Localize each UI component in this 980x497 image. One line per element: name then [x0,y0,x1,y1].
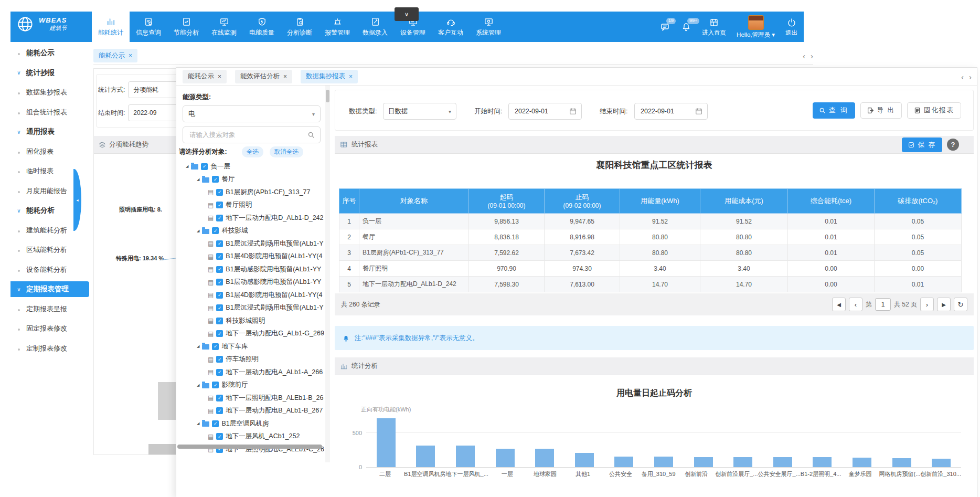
checkbox-checked[interactable]: ✓ [201,163,208,170]
tree-item-4[interactable]: ▤✓餐厅照明 [176,199,325,212]
tree-item-22[interactable]: ▤✓地下一层风机_ACb1_252 [176,430,325,443]
table-row[interactable]: 2餐厅8,836.188,916.9880.8080.800.010.05 [339,229,962,245]
tree-item-1[interactable]: ◢✓负一层 [176,160,325,173]
sidebar-item-11[interactable]: 区域能耗分析 [10,242,89,258]
table-row[interactable]: 1负一层9,856.139,947.6591.5291.520.010.05 [339,214,962,229]
tree-item-17[interactable]: ▤✓地下一层动力配电A_ALb1-A_266 [176,366,325,379]
energy-type-select[interactable]: 电 ▾ [183,105,321,122]
checkbox-checked[interactable]: ✓ [216,240,223,247]
sidebar-item-3[interactable]: 数据集抄报表 [10,84,89,100]
table-row[interactable]: 5地下一层动力配电D_ALb1-D_2427,598.307,613.0014.… [339,277,962,292]
checkbox-checked[interactable]: ✓ [216,433,223,440]
tab-energy-publicity[interactable]: 能耗公示 × [93,49,137,62]
end-date-input[interactable] [640,107,686,115]
tree-item-20[interactable]: ▤✓地下一层动力配电B_ALb1-B_267 [176,405,325,418]
user-menu[interactable]: Hello,管理员 ▾ [737,15,775,39]
checkbox-checked[interactable]: ✓ [216,407,223,414]
checkbox-checked[interactable]: ✓ [216,279,223,285]
nav-item-5[interactable]: 电能质量 [243,12,281,42]
nav-item-11[interactable]: 系统管理 [470,12,507,42]
sidebar-item-12[interactable]: 设备能耗分析 [10,262,89,278]
home-button[interactable]: 进入首页 [702,17,726,37]
search-icon[interactable] [307,131,315,139]
nav-item-8[interactable]: 数据录入 [356,12,394,42]
checkbox-checked[interactable]: ✓ [216,266,223,273]
tree-item-10[interactable]: ▤✓B1层动感影院用电预留(ALb1-YY [176,276,325,289]
stat-mode-select[interactable]: 分项能耗 [128,81,181,98]
sidebar-item-5[interactable]: ∨通用报表 [10,124,89,140]
tree-item-2[interactable]: ◢✓餐厅 [176,173,325,186]
nav-item-10[interactable]: 客户互动 [432,12,470,42]
nav-item-6[interactable]: 分析诊断 [281,12,318,42]
checkbox-checked[interactable]: ✓ [216,202,223,208]
checkbox-checked[interactable]: ✓ [216,253,223,260]
next-page-button[interactable]: › [920,298,934,311]
save-button[interactable]: 保 存 [902,138,942,152]
tree-item-11[interactable]: ▤✓B1层4D影院用电预留(ALb1-YY(4 [176,289,325,302]
table-row[interactable]: 4餐厅照明970.90974.303.403.400.000.00 [339,261,962,277]
prev-page-button[interactable]: ‹ [849,298,862,311]
checkbox-checked[interactable]: ✓ [212,382,219,388]
checkbox-checked[interactable]: ✓ [216,330,223,337]
page-number-input[interactable] [875,298,891,311]
sidebar-item-16[interactable]: 定制报表修改 [10,341,89,356]
expand-icon[interactable]: ◢ [186,164,188,168]
nav-item-2[interactable]: 信息查询 [130,12,167,42]
first-page-button[interactable]: ◀ [832,298,846,311]
tree-item-3[interactable]: ▤✓B1层厨房(APb1-CF)_313_77 [176,186,325,199]
tree-vertical-scrollbar-track[interactable] [325,86,330,462]
checkbox-checked[interactable]: ✓ [216,356,223,363]
tree-item-14[interactable]: ▤✓地下一层动力配电G_ALb1-G_269 [176,327,325,341]
nav-item-4[interactable]: 在线监测 [205,12,243,42]
tab-scroll-left-icon[interactable]: ‹ [961,72,964,81]
checkbox-checked[interactable]: ✓ [212,227,219,234]
expand-icon[interactable]: ◢ [197,383,199,387]
checkbox-checked[interactable]: ✓ [216,304,223,311]
nav-dropdown-popup[interactable]: ∨ [395,7,419,21]
tree-item-5[interactable]: ▤✓地下一层动力配电D_ALb1-D_242 [176,212,325,225]
checkbox-checked[interactable]: ✓ [212,343,219,350]
window-tab-1[interactable]: 能耗公示× [183,70,227,83]
end-time-select[interactable]: 2022-09 [128,104,181,121]
checkbox-checked[interactable]: ✓ [212,176,219,183]
close-icon[interactable]: × [283,73,287,80]
solidify-report-button[interactable]: 固化报表 [907,102,961,119]
checkbox-checked[interactable]: ✓ [216,369,223,376]
calendar-icon[interactable] [695,108,702,115]
sidebar-item-6[interactable]: 固化报表 [10,144,89,160]
tree-item-18[interactable]: ◢✓影院前厅 [176,379,325,392]
start-date-input[interactable] [514,107,560,115]
table-row[interactable]: 3B1层厨房(APb1-CF)_313_777,592.627,673.4280… [339,245,962,261]
expand-icon[interactable]: ◢ [197,229,199,233]
tree-horizontal-scrollbar[interactable] [177,445,322,449]
sidebar-item-4[interactable]: 组合统计报表 [10,104,89,120]
query-button[interactable]: 查 询 [813,102,855,119]
help-button[interactable]: ? [947,139,959,151]
checkbox-checked[interactable]: ✓ [216,215,223,221]
sidebar-item-15[interactable]: 固定报表修改 [10,321,89,336]
calendar-icon[interactable] [569,108,577,115]
sidebar-item-1[interactable]: 能耗公示 [10,45,89,61]
tree-item-7[interactable]: ▤✓B1层沉浸式剧场用电预留(ALb1-Y [176,237,325,250]
data-type-select[interactable]: 日数据 ▾ [383,103,456,120]
tree-item-16[interactable]: ▤✓停车场照明 [176,353,325,366]
checkbox-checked[interactable]: ✓ [216,189,223,196]
select-all-button[interactable]: 全选 [242,146,263,157]
tree-item-19[interactable]: ▤✓地下一层照明配电B_ALEb1-B_26 [176,392,325,405]
last-page-button[interactable]: ▶ [937,298,951,311]
nav-item-7[interactable]: 报警管理 [318,12,356,42]
nav-item-1[interactable]: 能耗统计 [92,12,130,42]
expand-icon[interactable]: ◢ [197,344,199,348]
checkbox-checked[interactable]: ✓ [216,292,223,299]
sidebar-item-2[interactable]: ∨统计抄报 [10,65,89,81]
messages-button[interactable]: 19 [660,22,670,32]
checkbox-checked[interactable]: ✓ [212,420,219,427]
object-search-input[interactable] [188,131,307,139]
tab-scroll-right-icon[interactable]: › [811,51,813,60]
tree-item-9[interactable]: ▤✓B1层动感影院用电预留(ALb1-YY [176,263,325,276]
tree-item-12[interactable]: ▤✓B1层沉浸式剧场用电预留(ALb1-Y [176,302,325,315]
window-tab-3[interactable]: 数据集抄报表× [301,70,358,83]
tree-item-15[interactable]: ◢✓地下车库 [176,340,325,353]
tree-vertical-scrollbar-thumb[interactable] [326,90,329,102]
close-icon[interactable]: × [218,73,221,80]
